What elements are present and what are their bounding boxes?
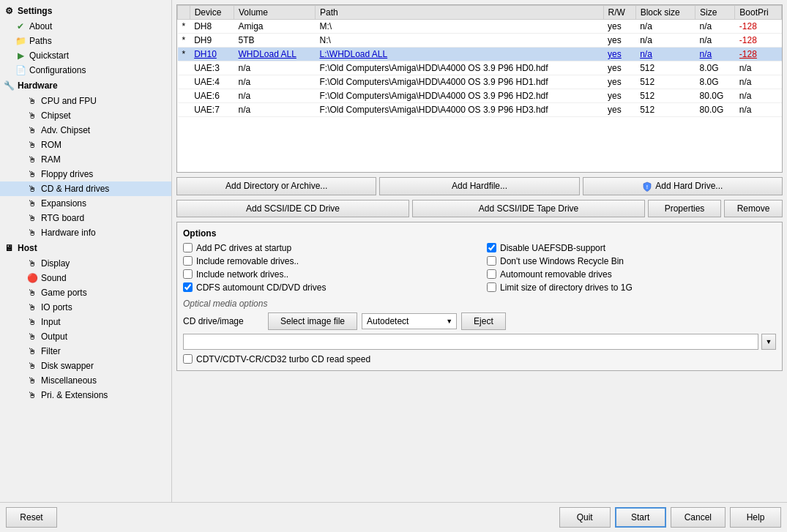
sidebar-item-filter[interactable]: 🖱 Filter — [0, 344, 171, 359]
cd-drive-label: CD drive/image — [183, 316, 264, 326]
table-row[interactable]: UAE:6 n/a F:\Old Computers\Amiga\HDD\A40… — [178, 89, 782, 103]
sidebar-item-adv-chipset[interactable]: 🖱 Adv. Chipset — [0, 123, 171, 138]
option-checkbox-no_recycle[interactable] — [487, 256, 496, 266]
gameports-icon: 🖱 — [26, 287, 38, 299]
cpu-icon: 🖱 — [26, 95, 38, 107]
remove-button[interactable]: Remove — [724, 200, 783, 217]
col-bootpri: BootPri — [735, 6, 782, 20]
sidebar-item-diskswapper[interactable]: 🖱 Disk swapper — [0, 359, 171, 373]
row-path: F:\Old Computers\Amiga\HDD\A4000 OS 3.9 … — [315, 89, 603, 103]
row-volume: n/a — [234, 61, 316, 75]
add-hardfile-button[interactable]: Add Hardfile... — [379, 177, 579, 195]
table-row[interactable]: * DH8 Amiga M:\ yes n/a n/a -128 — [178, 20, 782, 34]
sidebar-item-pri[interactable]: 🖱 Pri. & Extensions — [0, 388, 171, 402]
row-path: F:\Old Computers\Amiga\HDD\A4000 OS 3.9 … — [315, 61, 603, 75]
svg-text:!: ! — [646, 184, 648, 190]
sidebar-item-sound[interactable]: 🔴 Sound — [0, 271, 171, 285]
sidebar-item-chipset[interactable]: 🖱 Chipset — [0, 108, 171, 123]
row-marker: * — [178, 48, 190, 61]
row-blocksize: n/a — [635, 20, 695, 34]
cdtv-checkbox[interactable] — [183, 354, 193, 364]
sidebar-item-output[interactable]: 🖱 Output — [0, 329, 171, 344]
sidebar-item-chipset-label: Chipset — [41, 110, 71, 121]
option-checkbox-include_network[interactable] — [183, 269, 193, 279]
reset-button[interactable]: Reset — [6, 507, 57, 528]
table-row[interactable]: UAE:4 n/a F:\Old Computers\Amiga\HDD\A40… — [178, 75, 782, 89]
input-icon: 🖱 — [26, 316, 38, 328]
option-checkbox-limit_size[interactable] — [487, 282, 496, 292]
sidebar-item-ram[interactable]: 🖱 RAM — [0, 152, 171, 167]
table-row[interactable]: * DH10 WHDLoad ALL L:\WHDLoad ALL yes n/… — [178, 48, 782, 61]
row-volume[interactable]: WHDLoad ALL — [234, 48, 316, 61]
autodetect-dropdown[interactable]: AutodetectNoneCD32CDTV — [362, 313, 457, 329]
option-checkbox-include_removable[interactable] — [183, 256, 193, 266]
sidebar-item-rtg[interactable]: 🖱 RTG board — [0, 211, 171, 225]
autodetect-dropdown-wrapper: AutodetectNoneCD32CDTV — [362, 313, 457, 329]
option-checkbox-cdfs_automount[interactable] — [183, 282, 193, 292]
optical-row: CD drive/image Select image file Autodet… — [183, 312, 776, 330]
sidebar-item-misc-label: Miscellaneous — [41, 375, 97, 386]
row-bootpri: n/a — [735, 103, 782, 117]
sidebar-item-io[interactable]: 🖱 IO ports — [0, 300, 171, 315]
expansions-icon: 🖱 — [26, 198, 38, 209]
add-hard-drive-button[interactable]: ! Add Hard Drive... — [583, 177, 783, 195]
cancel-button[interactable]: Cancel — [671, 507, 726, 528]
sidebar-item-cpu[interactable]: 🖱 CPU and FPU — [0, 94, 171, 108]
sidebar-group-host[interactable]: 🖥 Host — [0, 240, 171, 256]
add-scsi-cd-button[interactable]: Add SCSI/IDE CD Drive — [176, 200, 409, 217]
sidebar-item-misc[interactable]: 🖱 Miscellaneous — [0, 373, 171, 388]
sidebar-group-settings[interactable]: ⚙ Settings — [0, 3, 171, 19]
optical-path-input[interactable] — [183, 334, 758, 350]
option-checkbox-automount_removable[interactable] — [487, 269, 496, 279]
table-row[interactable]: UAE:7 n/a F:\Old Computers\Amiga\HDD\A40… — [178, 103, 782, 117]
rtg-icon: 🖱 — [26, 212, 38, 224]
btn-row-1: Add Directory or Archive... Add Hardfile… — [176, 177, 783, 195]
sidebar-item-quickstart[interactable]: ▶ Quickstart — [0, 48, 171, 63]
row-device: UAE:6 — [190, 89, 234, 103]
sidebar-item-gameports[interactable]: 🖱 Game ports — [0, 285, 171, 300]
row-size: n/a — [695, 34, 735, 48]
row-path[interactable]: L:\WHDLoad ALL — [315, 48, 603, 61]
option-item: CDFS automount CD/DVD drives — [183, 282, 472, 293]
optical-path-dropdown-btn[interactable]: ▼ — [761, 334, 776, 350]
select-image-button[interactable]: Select image file — [268, 312, 357, 330]
row-device[interactable]: DH10 — [190, 48, 234, 61]
shield-icon: ! — [642, 181, 652, 192]
table-row[interactable]: UAE:3 n/a F:\Old Computers\Amiga\HDD\A40… — [178, 61, 782, 75]
table-row[interactable]: * DH9 5TB N:\ yes n/a n/a -128 — [178, 34, 782, 48]
eject-button[interactable]: Eject — [461, 312, 506, 330]
sidebar-item-quickstart-label: Quickstart — [29, 50, 69, 61]
row-rw: yes — [603, 61, 635, 75]
sidebar-item-paths[interactable]: 📁 Paths — [0, 34, 171, 48]
add-scsi-tape-button[interactable]: Add SCSI/IDE Tape Drive — [412, 200, 645, 217]
sidebar-item-ram-label: RAM — [41, 154, 61, 165]
sidebar-item-floppy[interactable]: 🖱 Floppy drives — [0, 167, 171, 181]
col-size: Size — [695, 6, 735, 20]
quit-button[interactable]: Quit — [559, 507, 611, 528]
cdtv-label: CDTV/CDTV-CR/CD32 turbo CD read speed — [196, 354, 370, 364]
help-button[interactable]: Help — [730, 507, 781, 528]
option-checkbox-add_pc_drives[interactable] — [183, 243, 193, 252]
sidebar-item-input[interactable]: 🖱 Input — [0, 315, 171, 329]
sidebar-item-about[interactable]: ✔ About — [0, 19, 171, 34]
row-path: N:\ — [315, 34, 603, 48]
sidebar-item-hwinfo[interactable]: 🖱 Hardware info — [0, 225, 171, 240]
sidebar-item-configurations[interactable]: 📄 Configurations — [0, 63, 171, 78]
row-rw: yes — [603, 89, 635, 103]
start-button[interactable]: Start — [615, 507, 666, 528]
option-label-no_recycle: Don't use Windows Recycle Bin — [500, 256, 624, 266]
col-rw: R/W — [603, 6, 635, 20]
sidebar-item-display[interactable]: 🖱 Display — [0, 256, 171, 271]
properties-button[interactable]: Properties — [648, 200, 721, 217]
add-directory-button[interactable]: Add Directory or Archive... — [176, 177, 376, 195]
sidebar-item-hdd[interactable]: 🖱 CD & Hard drives — [0, 181, 171, 196]
sidebar-group-hardware[interactable]: 🔧 Hardware — [0, 78, 171, 94]
option-checkbox-disable_uaefsdb[interactable] — [487, 243, 496, 252]
sidebar-item-rom[interactable]: 🖱 ROM — [0, 138, 171, 152]
sidebar-item-adv-chipset-label: Adv. Chipset — [41, 125, 90, 135]
sidebar-item-filter-label: Filter — [41, 346, 61, 356]
row-device: UAE:3 — [190, 61, 234, 75]
sidebar-item-expansions[interactable]: 🖱 Expansions — [0, 196, 171, 211]
col-device: Device — [190, 6, 234, 20]
bottom-bar: Reset Quit Start Cancel Help — [0, 502, 787, 532]
